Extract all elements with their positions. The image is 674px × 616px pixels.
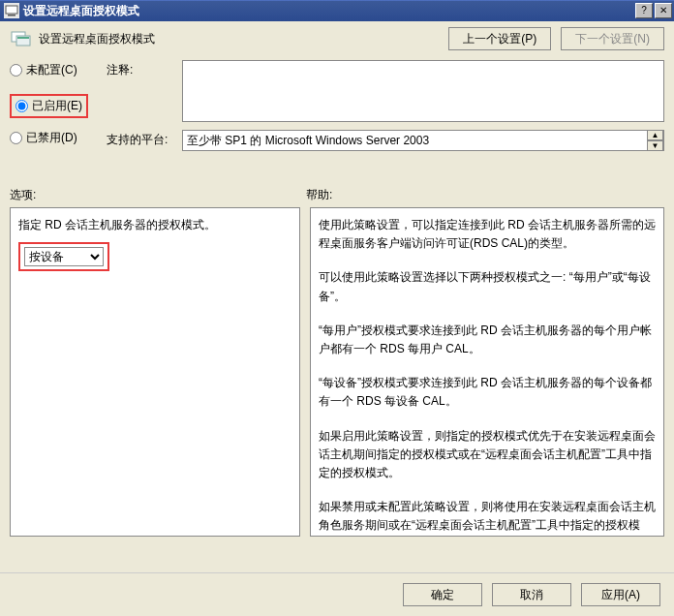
dialog-title: 设置远程桌面授权模式 bbox=[39, 31, 448, 47]
platform-scroll-down[interactable]: ▼ bbox=[647, 140, 663, 151]
svg-rect-1 bbox=[8, 15, 15, 16]
platform-scroll-up[interactable]: ▲ bbox=[647, 130, 663, 140]
help-paragraph: “每设备”授权模式要求连接到此 RD 会话主机服务器的每个设备都有一个 RDS … bbox=[319, 374, 656, 411]
dialog-footer: 确定 取消 应用(A) bbox=[0, 572, 674, 616]
platform-value: 至少带 SP1 的 Microsoft Windows Server 2003 bbox=[183, 133, 647, 149]
options-section-label: 选项: bbox=[10, 187, 306, 203]
prev-setting-button[interactable]: 上一个设置(P) bbox=[448, 27, 551, 50]
title-bar: 设置远程桌面授权模式 ? ✕ bbox=[0, 0, 674, 21]
dialog-icon bbox=[10, 28, 33, 49]
options-pane: 指定 RD 会话主机服务器的授权模式。 按设备 按用户 bbox=[10, 207, 300, 537]
radio-enabled[interactable] bbox=[15, 100, 28, 112]
cancel-button[interactable]: 取消 bbox=[492, 583, 571, 606]
comment-input[interactable] bbox=[182, 60, 664, 122]
radio-group: 未配置(C) 已启用(E) 已禁用(D) bbox=[10, 60, 107, 162]
comment-label: 注释: bbox=[107, 60, 182, 122]
help-section-label: 帮助: bbox=[306, 187, 332, 203]
radio-not-configured[interactable] bbox=[10, 64, 22, 77]
platform-label: 支持的平台: bbox=[107, 130, 182, 151]
help-paragraph: 可以使用此策略设置选择以下两种授权模式之一: “每用户”或“每设备”。 bbox=[319, 268, 656, 305]
radio-disabled-label[interactable]: 已禁用(D) bbox=[26, 130, 77, 146]
help-paragraph: 如果禁用或未配置此策略设置，则将使用在安装远程桌面会话主机角色服务期间或在“远程… bbox=[319, 498, 656, 537]
options-description: 指定 RD 会话主机服务器的授权模式。 bbox=[18, 216, 291, 234]
help-paragraph: “每用户”授权模式要求连接到此 RD 会话主机服务器的每个用户帐户都有一个 RD… bbox=[319, 322, 656, 358]
help-paragraph: 使用此策略设置，可以指定连接到此 RD 会话主机服务器所需的远程桌面服务客户端访… bbox=[319, 216, 656, 253]
radio-disabled[interactable] bbox=[10, 132, 22, 144]
platform-field: 至少带 SP1 的 Microsoft Windows Server 2003 … bbox=[182, 130, 664, 151]
license-mode-dropdown[interactable]: 按设备 按用户 bbox=[24, 247, 104, 266]
help-pane: 使用此策略设置，可以指定连接到此 RD 会话主机服务器所需的远程桌面服务客户端访… bbox=[310, 207, 664, 537]
radio-enabled-label[interactable]: 已启用(E) bbox=[32, 98, 82, 114]
help-paragraph: 如果启用此策略设置，则指定的授权模式优先于在安装远程桌面会话主机期间指定的授权模… bbox=[319, 427, 656, 483]
ok-button[interactable]: 确定 bbox=[403, 583, 482, 606]
next-setting-button: 下一个设置(N) bbox=[561, 27, 664, 50]
svg-rect-4 bbox=[17, 37, 29, 39]
window-title: 设置远程桌面授权模式 bbox=[23, 3, 633, 19]
radio-not-configured-label[interactable]: 未配置(C) bbox=[26, 62, 77, 78]
svg-rect-0 bbox=[6, 6, 17, 14]
help-button[interactable]: ? bbox=[635, 3, 653, 18]
apply-button[interactable]: 应用(A) bbox=[581, 583, 660, 606]
app-icon bbox=[4, 3, 19, 18]
close-button[interactable]: ✕ bbox=[655, 3, 672, 18]
